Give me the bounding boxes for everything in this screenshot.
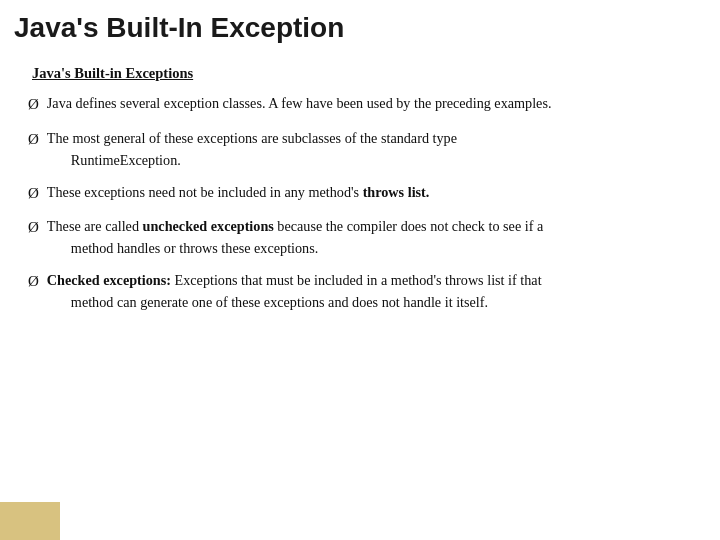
bullet-symbol: Ø	[28, 128, 39, 151]
corner-decoration	[0, 502, 60, 540]
bullet-text: Checked exceptions: Exceptions that must…	[47, 269, 692, 313]
section-title: Java's Built-in Exceptions	[32, 62, 692, 84]
bullet-text: The most general of these exceptions are…	[47, 127, 692, 171]
bullet-text: These are called unchecked exceptions be…	[47, 215, 692, 259]
bullet-list: Ø Java defines several exception classes…	[28, 92, 692, 313]
bullet-symbol: Ø	[28, 93, 39, 116]
sub-text: method can generate one of these excepti…	[71, 291, 692, 313]
list-item: Ø These are called unchecked exceptions …	[28, 215, 692, 259]
list-item: Ø The most general of these exceptions a…	[28, 127, 692, 171]
list-item: Ø These exceptions need not be included …	[28, 181, 692, 205]
sub-text: RuntimeException.	[71, 149, 692, 171]
bullet-text: These exceptions need not be included in…	[47, 181, 692, 203]
list-item: Ø Checked exceptions: Exceptions that mu…	[28, 269, 692, 313]
sub-text: method handles or throws these exception…	[71, 237, 692, 259]
bullet-text: Java defines several exception classes. …	[47, 92, 692, 114]
slide-title: Java's Built-In Exception	[0, 0, 720, 52]
list-item: Ø Java defines several exception classes…	[28, 92, 692, 116]
bullet-symbol: Ø	[28, 182, 39, 205]
bullet-symbol: Ø	[28, 270, 39, 293]
bullet-symbol: Ø	[28, 216, 39, 239]
slide-content: Java's Built-in Exceptions Ø Java define…	[0, 52, 720, 333]
